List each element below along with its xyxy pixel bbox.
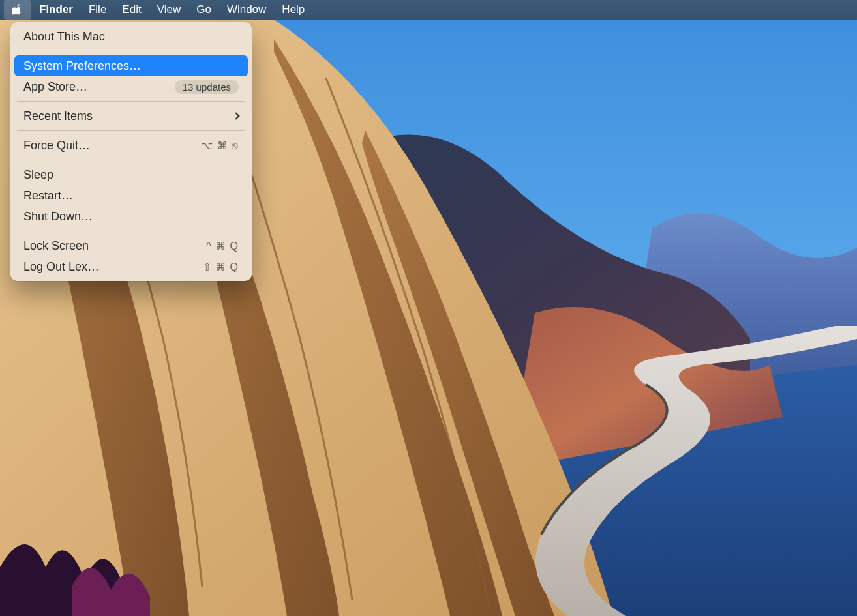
menu-item-label: Shut Down…	[23, 210, 93, 224]
menu-item-label: Lock Screen	[23, 239, 89, 253]
menu-item-restart[interactable]: Restart…	[14, 185, 248, 206]
menu-separator	[17, 101, 245, 102]
menubar-item-help[interactable]: Help	[274, 0, 312, 20]
menu-item-label: Sleep	[23, 168, 53, 182]
menu-item-system-preferences[interactable]: System Preferences…	[14, 55, 248, 76]
menu-item-recent-items[interactable]: Recent Items	[14, 106, 248, 126]
menu-item-shortcut: ^ ⌘ Q	[206, 240, 239, 252]
menu-item-shortcut: ⌥ ⌘ ⎋	[201, 139, 239, 152]
chevron-right-icon	[232, 112, 239, 119]
menubar-item-window[interactable]: Window	[219, 0, 274, 20]
apple-menu-dropdown: About This Mac System Preferences… App S…	[10, 22, 252, 281]
menu-item-about-this-mac[interactable]: About This Mac	[14, 26, 248, 47]
apple-menu-button[interactable]	[4, 0, 31, 20]
menu-item-label: Recent Items	[23, 110, 93, 123]
menu-item-shut-down[interactable]: Shut Down…	[14, 206, 248, 227]
menu-separator	[17, 231, 245, 231]
updates-badge: 13 updates	[175, 80, 239, 94]
menu-item-shortcut: ⇧ ⌘ Q	[203, 261, 239, 273]
menubar: Finder File Edit View Go Window Help	[0, 0, 857, 20]
menubar-app-name[interactable]: Finder	[31, 0, 81, 20]
menu-item-log-out[interactable]: Log Out Lex… ⇧ ⌘ Q	[14, 256, 248, 277]
menu-separator	[17, 51, 245, 51]
menubar-item-file[interactable]: File	[81, 0, 114, 20]
desktop: Finder File Edit View Go Window Help Abo…	[0, 0, 857, 616]
menu-separator	[17, 160, 245, 160]
menu-item-label: App Store…	[23, 80, 87, 94]
menubar-item-edit[interactable]: Edit	[114, 0, 149, 20]
menu-item-label: Restart…	[23, 189, 73, 203]
menu-item-lock-screen[interactable]: Lock Screen ^ ⌘ Q	[14, 235, 248, 256]
menu-item-label: System Preferences…	[23, 59, 141, 73]
menu-item-label: Log Out Lex…	[23, 260, 99, 274]
menu-item-force-quit[interactable]: Force Quit… ⌥ ⌘ ⎋	[14, 135, 248, 156]
menu-item-label: About This Mac	[23, 30, 105, 44]
menubar-item-go[interactable]: Go	[188, 0, 219, 20]
apple-logo-icon	[12, 4, 23, 16]
menu-item-label: Force Quit…	[23, 139, 90, 153]
menubar-item-view[interactable]: View	[149, 0, 189, 20]
menu-item-app-store[interactable]: App Store… 13 updates	[14, 76, 248, 97]
menu-separator	[17, 130, 245, 131]
menu-item-sleep[interactable]: Sleep	[14, 164, 248, 185]
